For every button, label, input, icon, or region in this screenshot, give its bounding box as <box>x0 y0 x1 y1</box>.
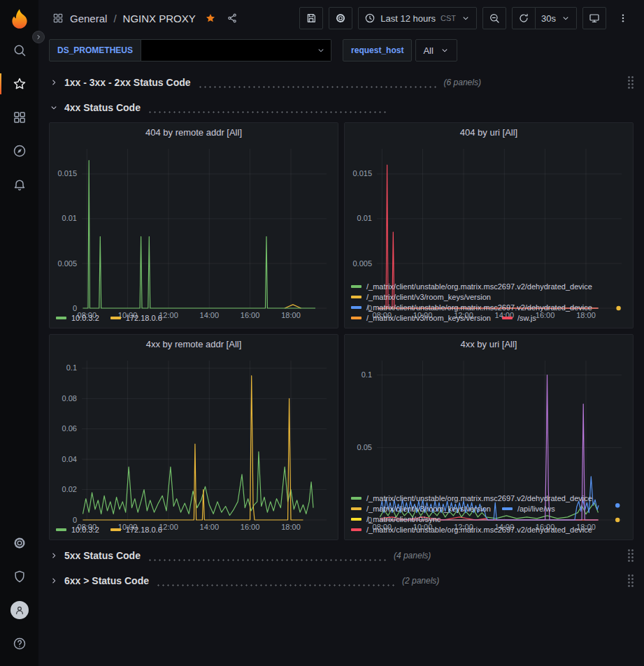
time-series-chart[interactable]: 00.050.108:0010:0012:0014:0016:0018:00 <box>345 354 633 493</box>
row-title: 4xx Status Code <box>64 102 141 113</box>
dashboard-settings-button[interactable] <box>329 7 352 29</box>
clock-icon <box>364 13 375 24</box>
datasource-variable-label: DS_PROMETHEUS <box>49 39 141 61</box>
starred-dashboards-icon[interactable] <box>0 67 38 101</box>
svg-text:0.015: 0.015 <box>352 169 372 178</box>
breadcrumb-separator: / <box>113 13 116 24</box>
time-range-picker[interactable]: Last 12 hours CST <box>358 7 477 29</box>
row-6xx-status-code[interactable]: 6xx > Status Code (2 panels) <box>49 571 634 591</box>
panel-404-by-uri: 404 by uri [All] 00.0050.010.01508:0010:… <box>344 122 634 328</box>
kebab-icon <box>617 13 629 24</box>
grafana-app: General / NGINX PROXY Last 12 hours CST <box>0 0 644 666</box>
legend-item[interactable]: 172.18.0.6 <box>110 314 162 322</box>
legend-label: 172.18.0.6 <box>126 526 162 534</box>
chevron-down-icon <box>316 45 326 55</box>
time-series-chart[interactable]: 00.0050.010.01508:0010:0012:0014:0016:00… <box>345 142 633 281</box>
svg-text:0.05: 0.05 <box>357 443 372 451</box>
legend-label: /_matrix/client/v3/room_keys/version <box>366 314 491 322</box>
svg-text:0.04: 0.04 <box>62 455 77 463</box>
row-drag-handle[interactable] <box>627 549 634 563</box>
zoom-out-icon <box>489 13 500 24</box>
dashboard-content: 1xx - 3xx - 2xx Status Code (6 panels) 4… <box>38 67 644 666</box>
user-avatar[interactable] <box>0 593 38 627</box>
legend-item[interactable]: /_matrix/client/v3/room_keys/version <box>351 314 491 322</box>
monitor-icon <box>589 13 600 24</box>
zoom-out-button[interactable] <box>482 7 506 29</box>
main-area: General / NGINX PROXY Last 12 hours CST <box>38 0 644 666</box>
request-host-value: All <box>423 45 433 56</box>
dashboards-icon[interactable] <box>0 101 38 134</box>
apps-icon <box>52 13 64 24</box>
datasource-variable: DS_PROMETHEUS <box>49 39 331 61</box>
svg-text:0.005: 0.005 <box>352 259 372 268</box>
time-series-chart[interactable]: 00.0050.010.01508:0010:0012:0014:0016:00… <box>50 142 338 312</box>
row-drag-handle[interactable] <box>627 574 634 588</box>
server-admin-shield-icon[interactable] <box>0 560 38 593</box>
svg-text:0.01: 0.01 <box>62 214 77 222</box>
legend-item[interactable]: /_matrix/client/unstable/org.matrix.msc2… <box>351 282 592 291</box>
explore-compass-icon[interactable] <box>0 134 38 168</box>
row-1xx-3xx-2xx-status-code[interactable]: 1xx - 3xx - 2xx Status Code (6 panels) <box>49 73 634 92</box>
legend-item[interactable]: /_matrix/client/unstable/org.matrix.msc2… <box>351 494 592 502</box>
legend-item[interactable]: /_matrix/client/r0/sync <box>351 515 441 523</box>
refresh-interval-picker[interactable]: 30s <box>536 7 577 29</box>
time-series-chart[interactable]: 00.020.040.060.080.108:0010:0012:0014:00… <box>50 354 338 524</box>
datasource-select[interactable] <box>141 39 331 61</box>
configuration-gear-icon[interactable] <box>0 526 38 560</box>
panel-4xx-by-remote-addr: 4xx by remote addr [All] 00.020.040.060.… <box>49 334 338 540</box>
svg-text:0: 0 <box>73 516 77 524</box>
legend-item[interactable]: 172.18.0.6 <box>110 526 162 534</box>
legend-item[interactable]: /api/live/ws <box>502 505 555 513</box>
refresh-group: 30s <box>512 7 577 29</box>
chevron-right-icon <box>49 78 59 87</box>
grafana-logo[interactable] <box>9 8 30 31</box>
svg-text:0.02: 0.02 <box>62 485 77 493</box>
row-4xx-status-code[interactable]: 4xx Status Code <box>49 98 634 117</box>
panel-title[interactable]: 404 by remote addr [All] <box>50 123 338 142</box>
breadcrumb-folder[interactable]: General <box>70 13 107 24</box>
favorite-star-icon[interactable] <box>205 13 216 24</box>
sidebar-nav-top <box>0 34 38 201</box>
chevron-down-icon <box>49 103 59 113</box>
save-dashboard-button[interactable] <box>299 7 323 29</box>
row-5xx-status-code[interactable]: 5xx Status Code (4 panels) <box>49 546 634 565</box>
sidebar <box>0 0 38 666</box>
panel-title[interactable]: 4xx by remote addr [All] <box>50 335 338 354</box>
legend-label: /_matrix/client/unstable/org.matrix.msc2… <box>366 494 592 502</box>
request-host-select[interactable]: All <box>415 39 457 61</box>
svg-text:0.015: 0.015 <box>57 169 77 178</box>
svg-text:0.06: 0.06 <box>62 424 77 433</box>
legend-label: /_matrix/client/v3/room_keys/version <box>366 293 491 301</box>
row-title: 6xx > Status Code <box>64 575 149 586</box>
svg-text:0.1: 0.1 <box>66 363 77 372</box>
chevron-right-icon <box>49 551 59 560</box>
kebab-menu-button[interactable] <box>612 7 634 29</box>
svg-text:0.005: 0.005 <box>57 259 77 268</box>
legend-item[interactable]: /_matrix/client/unstable/org.matrix.msc2… <box>351 303 592 312</box>
save-icon <box>306 13 317 24</box>
request-host-variable: request_host All <box>343 39 457 61</box>
legend-item[interactable]: /_matrix/client/v3/room_keys/version <box>351 293 491 301</box>
help-icon[interactable] <box>0 627 38 660</box>
legend-label: 10.0.3.2 <box>71 526 99 534</box>
legend-item[interactable]: /_matrix/client/v3/room_keys/version <box>351 505 491 513</box>
legend-item[interactable]: 10.0.3.2 <box>56 314 99 322</box>
share-dashboard-button[interactable] <box>227 13 238 24</box>
gear-icon <box>335 13 346 24</box>
panel-title[interactable]: 4xx by uri [All] <box>345 335 633 354</box>
row-drag-handle[interactable] <box>627 75 634 90</box>
legend-label: /api/live/ws <box>517 505 555 513</box>
legend-item[interactable]: /_matrix/client/unstable/org.matrix.msc2… <box>351 526 592 534</box>
dotted-leader <box>156 584 395 586</box>
cycle-view-button[interactable] <box>582 7 606 29</box>
toolbar-actions: Last 12 hours CST 30s <box>299 7 634 29</box>
variables-bar: DS_PROMETHEUS request_host All <box>38 36 644 67</box>
panel-title[interactable]: 404 by uri [All] <box>345 123 633 142</box>
legend-item[interactable]: /sw.js <box>502 314 536 322</box>
chart-legend: /_matrix/client/unstable/org.matrix.msc2… <box>345 493 633 540</box>
sidebar-expand-button[interactable] <box>32 31 45 43</box>
refresh-button[interactable] <box>512 7 536 29</box>
legend-item[interactable]: 10.0.3.2 <box>56 526 99 534</box>
alerting-bell-icon[interactable] <box>0 168 38 201</box>
dotted-leader <box>198 86 437 88</box>
